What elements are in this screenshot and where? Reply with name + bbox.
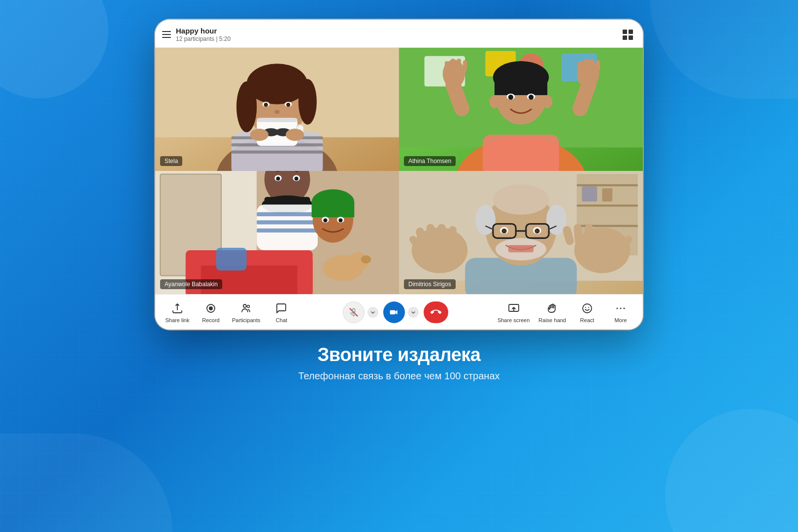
svg-rect-45 bbox=[457, 59, 461, 71]
video-control-group bbox=[383, 301, 419, 323]
svg-point-23 bbox=[286, 129, 304, 141]
svg-point-131 bbox=[588, 307, 589, 308]
svg-point-104 bbox=[501, 229, 506, 233]
svg-point-121 bbox=[209, 306, 213, 310]
record-icon bbox=[204, 301, 218, 315]
share-link-label: Share link bbox=[166, 317, 190, 323]
svg-rect-90 bbox=[602, 188, 613, 201]
svg-rect-87 bbox=[577, 204, 638, 206]
svg-point-70 bbox=[276, 177, 280, 181]
video-options-button[interactable] bbox=[408, 307, 419, 318]
toolbar-right: Share screen Raise hand bbox=[498, 301, 633, 323]
end-call-button[interactable] bbox=[424, 301, 448, 323]
svg-rect-86 bbox=[577, 184, 638, 186]
meeting-meta: 12 participants | 5:20 bbox=[176, 35, 231, 42]
chat-label: Chat bbox=[276, 317, 287, 323]
svg-point-35 bbox=[490, 95, 500, 108]
tablet-device: Happy hour 12 participants | 5:20 bbox=[155, 20, 643, 330]
svg-point-123 bbox=[247, 305, 249, 307]
video-name-stela: Stela bbox=[160, 156, 182, 166]
headline: Звоните издалека bbox=[298, 344, 499, 366]
participants-label: Participants bbox=[232, 317, 260, 323]
svg-point-133 bbox=[620, 307, 621, 309]
svg-rect-44 bbox=[451, 59, 455, 71]
react-icon bbox=[580, 301, 594, 315]
svg-point-64 bbox=[361, 255, 371, 264]
video-cell-athina: Athina Thomsen bbox=[399, 48, 643, 171]
top-bar: Happy hour 12 participants | 5:20 bbox=[155, 20, 643, 48]
svg-rect-58 bbox=[186, 250, 313, 266]
svg-rect-75 bbox=[257, 229, 318, 233]
video-cell-dimitrios: Dimitrios Sirigos bbox=[399, 171, 643, 294]
svg-point-10 bbox=[236, 81, 257, 132]
video-feed-dimitrios bbox=[399, 171, 643, 294]
svg-point-81 bbox=[323, 218, 327, 222]
video-cell-ayanwole: Ayanwole Babalakin bbox=[155, 171, 399, 294]
svg-point-16 bbox=[274, 110, 279, 114]
video-toggle-button[interactable] bbox=[383, 301, 405, 323]
svg-rect-52 bbox=[596, 60, 600, 71]
react-label: React bbox=[580, 317, 595, 323]
svg-rect-49 bbox=[578, 61, 582, 72]
layout-grid-button[interactable] bbox=[623, 30, 633, 40]
bottom-section: Звоните издалека Телефонная связь в боле… bbox=[249, 344, 549, 382]
video-name-athina: Athina Thomsen bbox=[404, 156, 456, 166]
share-screen-label: Share screen bbox=[498, 317, 530, 323]
svg-rect-89 bbox=[582, 186, 597, 201]
svg-rect-60 bbox=[298, 258, 313, 294]
raise-hand-icon bbox=[545, 301, 559, 315]
svg-rect-7 bbox=[232, 151, 323, 154]
svg-point-71 bbox=[295, 177, 299, 181]
svg-rect-73 bbox=[257, 212, 318, 216]
svg-rect-51 bbox=[590, 59, 594, 71]
more-icon bbox=[614, 301, 628, 315]
svg-point-134 bbox=[623, 307, 625, 309]
video-name-dimitrios: Dimitrios Sirigos bbox=[404, 279, 456, 289]
react-button[interactable]: React bbox=[575, 301, 599, 323]
video-feed-stela bbox=[155, 48, 399, 171]
svg-rect-61 bbox=[216, 248, 247, 270]
svg-rect-74 bbox=[257, 220, 318, 224]
svg-rect-18 bbox=[257, 118, 298, 122]
chat-button[interactable]: Chat bbox=[269, 301, 294, 323]
mic-options-button[interactable] bbox=[367, 307, 378, 318]
svg-rect-34 bbox=[495, 77, 547, 95]
svg-point-132 bbox=[616, 307, 618, 309]
bottom-toolbar: Share link Record bbox=[155, 294, 643, 330]
toolbar-left: Share link Record bbox=[165, 301, 294, 323]
participants-icon bbox=[239, 301, 253, 315]
svg-rect-31 bbox=[483, 135, 559, 171]
svg-rect-43 bbox=[445, 61, 449, 72]
top-bar-left: Happy hour 12 participants | 5:20 bbox=[162, 27, 231, 42]
svg-point-82 bbox=[338, 218, 342, 222]
raise-hand-button[interactable]: Raise hand bbox=[538, 301, 566, 323]
svg-rect-78 bbox=[312, 202, 355, 217]
video-name-ayanwole: Ayanwole Babalakin bbox=[160, 279, 222, 289]
video-feed-ayanwole bbox=[155, 171, 399, 294]
mic-toggle-button[interactable] bbox=[343, 301, 365, 323]
svg-point-96 bbox=[493, 184, 549, 215]
svg-point-11 bbox=[299, 79, 317, 125]
record-label: Record bbox=[202, 317, 219, 323]
meeting-info: Happy hour 12 participants | 5:20 bbox=[176, 27, 231, 42]
participants-button[interactable]: Participants bbox=[232, 301, 260, 323]
svg-point-36 bbox=[542, 95, 553, 108]
share-link-button[interactable]: Share link bbox=[165, 301, 190, 323]
video-feed-athina bbox=[399, 48, 643, 171]
record-button[interactable]: Record bbox=[199, 301, 223, 323]
mic-control-group bbox=[343, 301, 378, 323]
svg-rect-46 bbox=[463, 60, 467, 71]
video-grid: Stela bbox=[155, 48, 643, 294]
svg-rect-72 bbox=[257, 204, 318, 250]
app-window: Happy hour 12 participants | 5:20 bbox=[155, 20, 643, 330]
menu-button[interactable] bbox=[162, 31, 171, 38]
video-cell-stela: Stela bbox=[155, 48, 399, 171]
share-link-icon bbox=[170, 301, 184, 315]
more-label: More bbox=[614, 317, 627, 323]
share-screen-button[interactable]: Share screen bbox=[498, 301, 530, 323]
more-button[interactable]: More bbox=[608, 301, 633, 323]
svg-point-122 bbox=[243, 304, 246, 307]
svg-point-39 bbox=[508, 95, 513, 100]
share-screen-icon bbox=[507, 301, 521, 315]
svg-rect-107 bbox=[508, 245, 534, 252]
